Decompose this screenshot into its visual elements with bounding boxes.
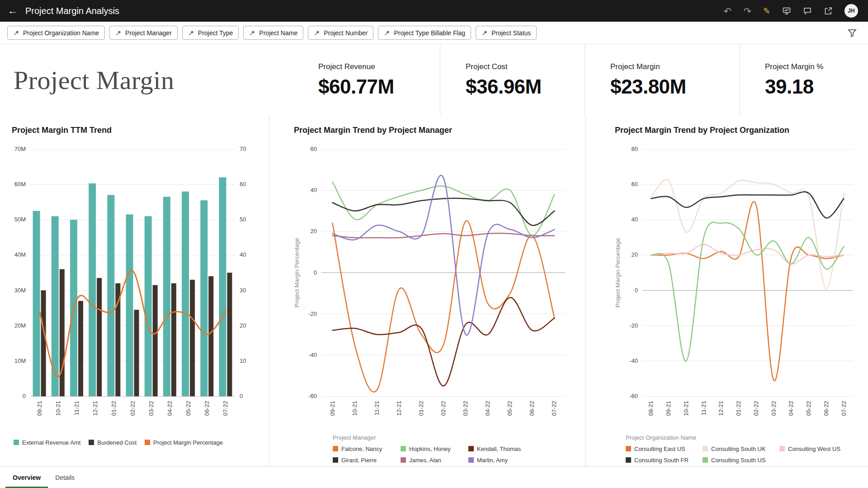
filter-chip-label: Project Organization Name: [23, 29, 99, 37]
pin-icon: [314, 30, 320, 36]
filter-chip-project-number[interactable]: Project Number: [308, 26, 373, 40]
legend-label: Kendall, Thomas: [477, 446, 521, 452]
svg-text:40: 40: [632, 216, 638, 223]
svg-text:10-21: 10-21: [351, 401, 358, 416]
svg-text:60M: 60M: [14, 181, 26, 188]
svg-text:Project Margin Percentage: Project Margin Percentage: [293, 238, 300, 308]
svg-text:12-21: 12-21: [396, 401, 402, 416]
svg-text:01-22: 01-22: [110, 401, 117, 416]
svg-text:30M: 30M: [14, 287, 26, 294]
legend-item[interactable]: External Revenue Amt: [14, 438, 80, 447]
legend-label: Consulting East US: [634, 446, 685, 452]
svg-text:11-21: 11-21: [73, 401, 80, 415]
svg-text:40M: 40M: [14, 251, 26, 258]
legend-item[interactable]: Hopkins, Honey: [401, 444, 468, 453]
legend-item[interactable]: Consulting South FR: [626, 455, 703, 465]
chart-legend: Project Organization NameConsulting East…: [626, 434, 868, 465]
filter-chip-label: Project Manager: [125, 29, 172, 37]
legend-label: Consulting West US: [788, 446, 840, 452]
svg-text:10-21: 10-21: [55, 401, 61, 416]
legend-item[interactable]: Consulting East US: [626, 444, 703, 453]
kpi-tile-project-cost: Project Cost $36.96M: [440, 44, 585, 116]
filter-chip-project-type[interactable]: Project Type: [182, 26, 239, 40]
legend-swatch: [703, 446, 708, 451]
svg-text:0: 0: [240, 393, 243, 399]
legend-label: James, Alan: [409, 457, 441, 464]
svg-text:07-22: 07-22: [840, 401, 847, 416]
svg-text:40: 40: [240, 251, 246, 258]
svg-text:02-22: 02-22: [753, 401, 760, 416]
legend-label: Marlin, Amy: [477, 457, 508, 464]
legend-swatch: [333, 446, 338, 451]
kpi-label: Project Revenue: [318, 62, 440, 71]
pin-icon: [481, 30, 488, 36]
tab-details[interactable]: Details: [48, 467, 82, 488]
back-icon[interactable]: ←: [0, 5, 25, 17]
svg-text:05-22: 05-22: [185, 401, 192, 416]
svg-text:04-22: 04-22: [166, 401, 173, 416]
svg-text:01-22: 01-22: [735, 401, 742, 416]
svg-text:10: 10: [240, 357, 246, 364]
present-icon[interactable]: [782, 6, 791, 15]
svg-text:0: 0: [23, 393, 26, 399]
legend-label: Consulting South UK: [711, 446, 766, 452]
comment-icon[interactable]: [803, 6, 812, 15]
pin-icon: [115, 30, 122, 36]
legend-item[interactable]: Consulting South US: [703, 455, 779, 465]
svg-text:-40: -40: [629, 357, 638, 364]
edit-icon[interactable]: ✎: [763, 7, 770, 15]
ttm-trend-combo-chart[interactable]: 0010M1020M2030M3040M4050M5060M6070M7009-…: [2, 140, 262, 432]
svg-text:05-22: 05-22: [805, 401, 812, 416]
filter-chip-label: Project Type: [198, 29, 233, 37]
svg-text:11-21: 11-21: [373, 401, 380, 415]
chart-legend: Project ManagerFalcone, NancyHopkins, Ho…: [333, 434, 585, 465]
legend-label: Burdened Cost: [97, 439, 137, 446]
legend-swatch: [401, 457, 406, 463]
svg-text:03-22: 03-22: [462, 401, 469, 416]
pin-icon: [188, 30, 194, 36]
legend-swatch: [333, 457, 338, 463]
legend-swatch: [89, 440, 94, 445]
top-bar: ← Project Margin Analysis ↶ ↷ ✎ JH: [0, 0, 868, 22]
svg-text:20: 20: [240, 322, 246, 329]
kpi-tile-project-margin: Project Margin $23.80M: [585, 44, 739, 116]
legend-item[interactable]: Falcone, Nancy: [333, 444, 401, 453]
svg-text:Project Margin Percentage: Project Margin Percentage: [614, 238, 621, 308]
legend-item[interactable]: James, Alan: [401, 455, 468, 465]
legend-title: Project Organization Name: [626, 434, 868, 441]
legend-item[interactable]: Girard, Pierre: [333, 455, 401, 465]
user-avatar[interactable]: JH: [844, 4, 858, 18]
legend-swatch: [401, 446, 406, 451]
filter-funnel-icon[interactable]: [847, 28, 861, 38]
svg-text:10-21: 10-21: [683, 401, 689, 416]
charts-row: Project Margin TTM Trend 0010M1020M2030M…: [0, 116, 868, 466]
kpi-label: Project Margin %: [765, 62, 868, 71]
filter-chip-project-manager[interactable]: Project Manager: [109, 26, 178, 40]
margin-by-manager-line-chart[interactable]: -60-40-20020406009-2110-2111-2112-2101-2…: [269, 140, 581, 432]
legend-label: Consulting South FR: [634, 457, 689, 464]
svg-text:-60: -60: [308, 393, 317, 399]
filter-chip-project-status[interactable]: Project Status: [476, 26, 537, 40]
legend-item[interactable]: Consulting South UK: [703, 444, 779, 453]
legend-item[interactable]: Project Margin Percentage: [145, 438, 223, 447]
panel-margin-by-manager: Project Margin Trend by Project Manager …: [269, 116, 585, 466]
kpi-value: 39.18: [765, 75, 868, 98]
legend-item[interactable]: Consulting West US: [779, 444, 856, 453]
svg-text:08-21: 08-21: [647, 401, 654, 416]
undo-icon[interactable]: ↶: [724, 6, 732, 16]
filter-chip-project-organization-name[interactable]: Project Organization Name: [7, 26, 105, 40]
svg-text:02-22: 02-22: [440, 401, 447, 416]
redo-icon[interactable]: ↷: [743, 6, 751, 16]
legend-item[interactable]: Kendall, Thomas: [468, 444, 536, 453]
margin-by-organization-line-chart[interactable]: -60-40-2002040608008-2109-2110-2111-2112…: [586, 140, 864, 432]
pin-icon: [249, 30, 255, 36]
legend-item[interactable]: Marlin, Amy: [468, 455, 536, 465]
tab-overview[interactable]: Overview: [5, 467, 48, 488]
filter-chip-project-type-billable-flag[interactable]: Project Type Billable Flag: [378, 26, 471, 40]
export-icon[interactable]: [824, 6, 833, 15]
svg-text:20M: 20M: [14, 322, 26, 329]
svg-text:70M: 70M: [14, 145, 26, 152]
filter-chip-project-name[interactable]: Project Name: [243, 26, 303, 40]
legend-item[interactable]: Burdened Cost: [89, 438, 137, 447]
svg-text:12-21: 12-21: [717, 401, 724, 416]
